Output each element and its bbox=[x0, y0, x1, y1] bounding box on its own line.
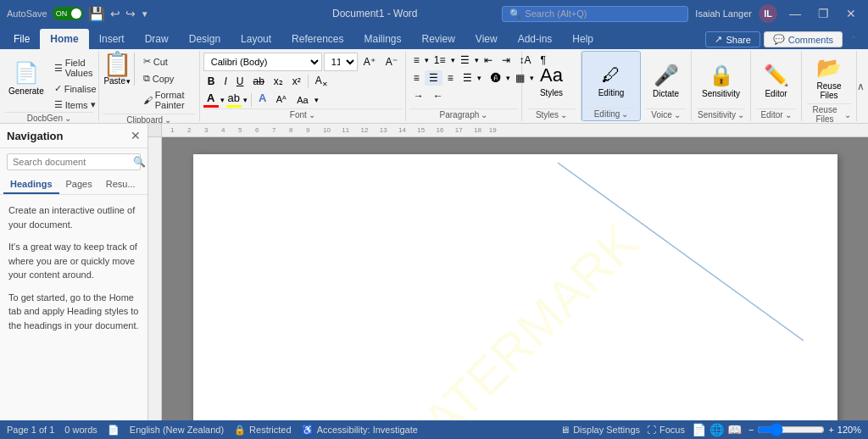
language-status[interactable]: English (New Zealand) bbox=[130, 425, 224, 435]
highlight-color-button[interactable]: ab bbox=[226, 92, 242, 108]
display-settings[interactable]: 🖥 Display Settings bbox=[560, 425, 640, 435]
sensitivity-expand-icon[interactable]: ⌄ bbox=[737, 110, 744, 119]
font-color-dropdown[interactable]: ▾ bbox=[220, 96, 225, 104]
underline-button[interactable]: U bbox=[232, 74, 248, 89]
format-painter-button[interactable]: 🖌 Format Painter bbox=[140, 88, 192, 112]
paste-dropdown-icon[interactable]: ▾ bbox=[126, 77, 131, 86]
align-center-button[interactable]: ☰ bbox=[425, 70, 442, 86]
undo-icon[interactable]: ↩ bbox=[110, 7, 120, 20]
shading-button[interactable]: 🅐 bbox=[487, 70, 505, 86]
numbering-dropdown[interactable]: ▾ bbox=[451, 56, 455, 64]
multilevel-button[interactable]: ☰ bbox=[456, 53, 474, 68]
paste-button[interactable]: 📋 Paste ▾ bbox=[103, 53, 135, 86]
finalise-button[interactable]: ✓ Finalise bbox=[51, 81, 100, 96]
bold-button[interactable]: B bbox=[203, 74, 220, 89]
ltr-button[interactable]: → bbox=[409, 88, 428, 103]
focus-mode[interactable]: ⛶ Focus bbox=[647, 425, 685, 435]
font-color-button[interactable]: A bbox=[203, 92, 219, 108]
web-layout-icon[interactable]: 🌐 bbox=[709, 423, 724, 436]
zoom-slider[interactable] bbox=[757, 423, 825, 436]
bullets-button[interactable]: ≡ bbox=[409, 53, 424, 68]
clear-format-button[interactable]: A✕ bbox=[311, 73, 332, 90]
copy-button[interactable]: ⧉ Copy bbox=[140, 71, 192, 86]
field-values-button[interactable]: ☰ Field Values bbox=[51, 56, 100, 80]
align-right-button[interactable]: ≡ bbox=[443, 70, 458, 86]
font-family-select[interactable]: Calibri (Body) bbox=[203, 53, 322, 71]
minimize-button[interactable]: — bbox=[784, 7, 806, 20]
nav-tab-pages[interactable]: Pages bbox=[59, 175, 99, 194]
decrease-font-button[interactable]: A⁻ bbox=[381, 54, 402, 69]
restricted-status[interactable]: 🔒 Restricted bbox=[234, 425, 292, 436]
cut-button[interactable]: ✂ Cut bbox=[140, 54, 192, 69]
accessibility-status[interactable]: ♿ Accessibility: Investigate bbox=[302, 425, 418, 436]
italic-button[interactable]: I bbox=[220, 74, 231, 89]
tab-addins[interactable]: Add-ins bbox=[508, 29, 563, 49]
editor-expand-icon[interactable]: ⌄ bbox=[785, 110, 792, 119]
tab-layout[interactable]: Layout bbox=[231, 29, 281, 49]
save-icon[interactable]: 💾 bbox=[88, 6, 105, 22]
nav-search-input[interactable] bbox=[13, 157, 130, 167]
tab-view[interactable]: View bbox=[465, 29, 508, 49]
print-layout-icon[interactable]: 📄 bbox=[692, 423, 706, 436]
justify-button[interactable]: ☰ bbox=[459, 70, 476, 86]
comments-button[interactable]: 💬 Comments bbox=[764, 31, 843, 47]
reuse-files-expand-icon[interactable]: ⌄ bbox=[844, 110, 851, 119]
nav-close-button[interactable]: ✕ bbox=[131, 129, 141, 142]
global-search-box[interactable]: 🔍 Search (Alt+Q) bbox=[502, 6, 688, 22]
increase-indent-button[interactable]: ⇥ bbox=[498, 53, 515, 68]
zoom-in-button[interactable]: + bbox=[828, 425, 833, 435]
page-info[interactable]: Page 1 of 1 bbox=[7, 425, 54, 435]
tab-insert[interactable]: Insert bbox=[89, 29, 135, 49]
styles-expand-icon[interactable]: ⌄ bbox=[560, 110, 567, 119]
rtl-button[interactable]: ← bbox=[429, 88, 448, 103]
zoom-out-button[interactable]: − bbox=[748, 425, 754, 435]
clipboard-expand-icon[interactable]: ⌄ bbox=[164, 115, 171, 124]
ribbon-collapse-end-icon[interactable]: ∧ bbox=[857, 81, 865, 92]
tab-draw[interactable]: Draw bbox=[135, 29, 179, 49]
font-case-button[interactable]: Aa bbox=[292, 93, 312, 107]
font-expand-icon[interactable]: ⌄ bbox=[309, 110, 315, 119]
font-size-select[interactable]: 11 bbox=[324, 53, 358, 71]
read-view-icon[interactable]: 📖 bbox=[727, 423, 742, 436]
tab-mailings[interactable]: Mailings bbox=[353, 29, 411, 49]
subscript-button[interactable]: x₂ bbox=[270, 74, 287, 89]
editor-button[interactable]: ✏️ Editor bbox=[759, 55, 794, 106]
nav-tab-results[interactable]: Resu... bbox=[99, 175, 142, 194]
decrease-indent-button[interactable]: ⇤ bbox=[480, 53, 497, 68]
align-left-button[interactable]: ≡ bbox=[409, 70, 424, 86]
ribbon-collapse-button[interactable]: ⌃ bbox=[846, 32, 861, 47]
dropdown-icon[interactable]: ▼ bbox=[141, 9, 149, 19]
sensitivity-button[interactable]: 🔒 Sensitivity bbox=[697, 55, 745, 106]
nav-search-box[interactable]: 🔍 ▾ bbox=[7, 153, 141, 170]
tab-review[interactable]: Review bbox=[412, 29, 465, 49]
tab-references[interactable]: References bbox=[281, 29, 353, 49]
editing-expand-icon[interactable]: ⌄ bbox=[621, 109, 628, 119]
close-button[interactable]: ✕ bbox=[841, 7, 861, 20]
document-page[interactable]: WATERMARK bbox=[193, 154, 837, 420]
redo-icon[interactable]: ↪ bbox=[125, 7, 136, 20]
tab-help[interactable]: Help bbox=[562, 29, 604, 49]
numbering-button[interactable]: 1≡ bbox=[430, 53, 450, 68]
tab-design[interactable]: Design bbox=[179, 29, 231, 49]
document-check-icon[interactable]: 📄 bbox=[108, 425, 120, 436]
items-button[interactable]: ☰ Items ▾ bbox=[51, 97, 100, 112]
font-size-label-btn[interactable]: Aᴬ bbox=[272, 92, 291, 107]
nav-tab-headings[interactable]: Headings bbox=[3, 175, 59, 194]
bullets-dropdown[interactable]: ▾ bbox=[425, 56, 429, 64]
zoom-level[interactable]: 120% bbox=[837, 425, 861, 435]
tab-home[interactable]: Home bbox=[40, 29, 88, 49]
voice-expand-icon[interactable]: ⌄ bbox=[674, 110, 681, 119]
editing-button[interactable]: 🖊 Editing bbox=[593, 55, 630, 106]
maximize-button[interactable]: ❐ bbox=[813, 7, 834, 20]
superscript-button[interactable]: x² bbox=[288, 74, 305, 89]
canvas-area[interactable]: WATERMARK bbox=[162, 137, 868, 420]
styles-button[interactable]: Aa Styles bbox=[535, 55, 568, 106]
increase-font-button[interactable]: A⁺ bbox=[359, 54, 380, 69]
generate-button[interactable]: 📄 Generate bbox=[5, 53, 47, 103]
multilevel-dropdown[interactable]: ▾ bbox=[475, 56, 479, 64]
highlight-dropdown[interactable]: ▾ bbox=[243, 96, 248, 104]
docbgen-expand-icon[interactable]: ⌄ bbox=[64, 114, 71, 123]
dictate-button[interactable]: 🎤 Dictate bbox=[648, 55, 684, 106]
shading-dropdown[interactable]: ▾ bbox=[506, 74, 510, 82]
autosave-toggle[interactable]: ON bbox=[53, 7, 83, 20]
